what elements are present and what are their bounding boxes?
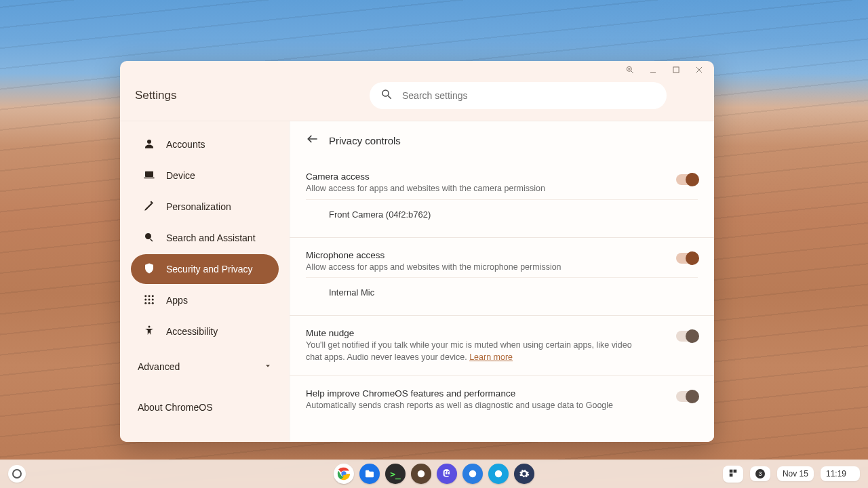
svg-point-18 bbox=[144, 298, 146, 300]
toggle-mic-access[interactable] bbox=[676, 253, 698, 264]
page-title: Privacy controls bbox=[329, 135, 401, 146]
shelf-app-app6[interactable] bbox=[462, 464, 483, 484]
svg-point-8 bbox=[382, 90, 389, 96]
svg-line-1 bbox=[631, 71, 633, 73]
svg-point-23 bbox=[152, 302, 154, 304]
shelf-app-mastodon[interactable] bbox=[437, 464, 457, 484]
person-icon bbox=[143, 138, 155, 152]
row-mic-access: Microphone access Allow access for apps … bbox=[306, 243, 698, 278]
shelf-status-tray[interactable]: 11:19 bbox=[821, 466, 860, 481]
sidebar-item-search-assistant[interactable]: Search and Assistant bbox=[131, 223, 279, 253]
content-wrap: Privacy controls Camera access Allow acc… bbox=[290, 121, 714, 442]
telemetry-desc: Automatically sends crash reports as wel… bbox=[306, 400, 649, 412]
sidebar-item-personalization[interactable]: Personalization bbox=[131, 192, 279, 222]
sidebar-item-label: Accounts bbox=[166, 139, 205, 150]
svg-rect-33 bbox=[730, 473, 733, 476]
search-icon bbox=[380, 88, 393, 103]
sidebar-item-apps[interactable]: Apps bbox=[131, 285, 279, 315]
sidebar-advanced[interactable]: Advanced bbox=[138, 353, 272, 380]
mute-desc: You'll get notified if you talk while yo… bbox=[306, 340, 649, 363]
about-label: About ChromeOS bbox=[138, 402, 213, 413]
maximize-icon[interactable] bbox=[671, 64, 682, 75]
sidebar-item-label: Security and Privacy bbox=[166, 264, 253, 274]
launcher-button[interactable] bbox=[8, 465, 26, 483]
svg-rect-12 bbox=[144, 177, 155, 178]
row-camera-access: Camera access Allow access for apps and … bbox=[306, 165, 698, 199]
svg-point-30 bbox=[495, 470, 502, 478]
svg-point-21 bbox=[144, 302, 146, 304]
overview-button[interactable] bbox=[723, 466, 743, 483]
section-telemetry: Help improve ChromeOS features and perfo… bbox=[290, 376, 714, 424]
svg-point-13 bbox=[145, 233, 151, 239]
mic-device[interactable]: Internal Mic bbox=[306, 277, 698, 307]
svg-point-17 bbox=[152, 295, 154, 297]
sidebar-item-label: Device bbox=[166, 170, 195, 181]
svg-point-20 bbox=[152, 298, 154, 300]
back-icon[interactable] bbox=[306, 132, 319, 148]
accessibility-icon bbox=[143, 325, 155, 339]
shelf-app-files[interactable] bbox=[359, 464, 380, 484]
window-body: Accounts Device Personalization Search a… bbox=[120, 121, 714, 442]
shelf-app-app7[interactable] bbox=[488, 464, 509, 484]
svg-point-16 bbox=[149, 295, 151, 297]
shelf-app-chrome[interactable] bbox=[334, 464, 354, 484]
window-titlebar bbox=[120, 61, 714, 79]
shelf: >_ 3 Nov 15 11:19 bbox=[0, 460, 868, 488]
toggle-mute-nudge[interactable] bbox=[676, 331, 698, 342]
telemetry-title: Help improve ChromeOS features and perfo… bbox=[306, 388, 649, 399]
shelf-time: 11:19 bbox=[826, 469, 846, 479]
sidebar-item-device[interactable]: Device bbox=[131, 161, 279, 190]
desktop-wallpaper: Settings Accounts Device Personalization bbox=[0, 0, 868, 488]
window-header: Settings bbox=[120, 79, 714, 121]
shelf-date[interactable]: Nov 15 bbox=[777, 466, 814, 481]
svg-rect-32 bbox=[734, 469, 737, 472]
toggle-camera-access[interactable] bbox=[676, 174, 698, 185]
learn-more-link[interactable]: Learn more bbox=[469, 352, 513, 362]
zoom-icon[interactable] bbox=[625, 64, 635, 75]
sidebar-item-accounts[interactable]: Accounts bbox=[131, 129, 279, 159]
svg-rect-5 bbox=[673, 67, 679, 73]
settings-window: Settings Accounts Device Personalization bbox=[120, 61, 714, 442]
toggle-telemetry[interactable] bbox=[676, 391, 698, 402]
search-icon bbox=[143, 231, 155, 245]
svg-rect-31 bbox=[730, 469, 733, 472]
svg-line-9 bbox=[388, 96, 391, 99]
search-input[interactable] bbox=[402, 90, 657, 101]
overview-icon bbox=[728, 468, 738, 480]
section-mute-nudge: Mute nudge You'll get notified if you ta… bbox=[290, 316, 714, 376]
shelf-app-app4[interactable] bbox=[411, 464, 431, 484]
search-box[interactable] bbox=[370, 82, 667, 109]
section-microphone: Microphone access Allow access for apps … bbox=[290, 238, 714, 317]
apps-icon bbox=[143, 293, 155, 308]
sidebar-item-label: Apps bbox=[166, 295, 188, 306]
close-icon[interactable] bbox=[694, 64, 705, 75]
notification-count[interactable]: 3 bbox=[750, 466, 770, 481]
shelf-app-app8[interactable] bbox=[514, 464, 534, 484]
page-header: Privacy controls bbox=[290, 121, 714, 159]
sidebar-item-security-privacy[interactable]: Security and Privacy bbox=[131, 254, 279, 284]
mic-title: Microphone access bbox=[306, 250, 649, 260]
row-mute-nudge: Mute nudge You'll get notified if you ta… bbox=[306, 321, 698, 367]
content: Privacy controls Camera access Allow acc… bbox=[290, 121, 714, 442]
minimize-icon[interactable] bbox=[648, 64, 658, 75]
sidebar-about[interactable]: About ChromeOS bbox=[138, 394, 272, 421]
svg-point-28 bbox=[418, 470, 425, 478]
camera-desc: Allow access for apps and websites with … bbox=[306, 183, 649, 195]
svg-rect-11 bbox=[145, 171, 153, 176]
pencil-icon bbox=[143, 200, 155, 214]
sidebar: Accounts Device Personalization Search a… bbox=[120, 121, 290, 442]
sidebar-item-accessibility[interactable]: Accessibility bbox=[131, 317, 279, 346]
camera-title: Camera access bbox=[306, 171, 649, 182]
shelf-app-terminal[interactable]: >_ bbox=[385, 464, 406, 484]
camera-device[interactable]: Front Camera (04f2:b762) bbox=[306, 199, 698, 229]
svg-point-22 bbox=[149, 302, 151, 304]
mic-desc: Allow access for apps and websites with … bbox=[306, 262, 649, 274]
chevron-down-icon bbox=[264, 361, 272, 372]
app-title: Settings bbox=[135, 89, 284, 102]
svg-point-15 bbox=[144, 295, 146, 297]
svg-point-19 bbox=[149, 298, 151, 300]
section-camera: Camera access Allow access for apps and … bbox=[290, 159, 714, 238]
sidebar-item-label: Accessibility bbox=[166, 326, 218, 337]
svg-rect-14 bbox=[150, 239, 153, 241]
svg-point-24 bbox=[149, 325, 151, 327]
